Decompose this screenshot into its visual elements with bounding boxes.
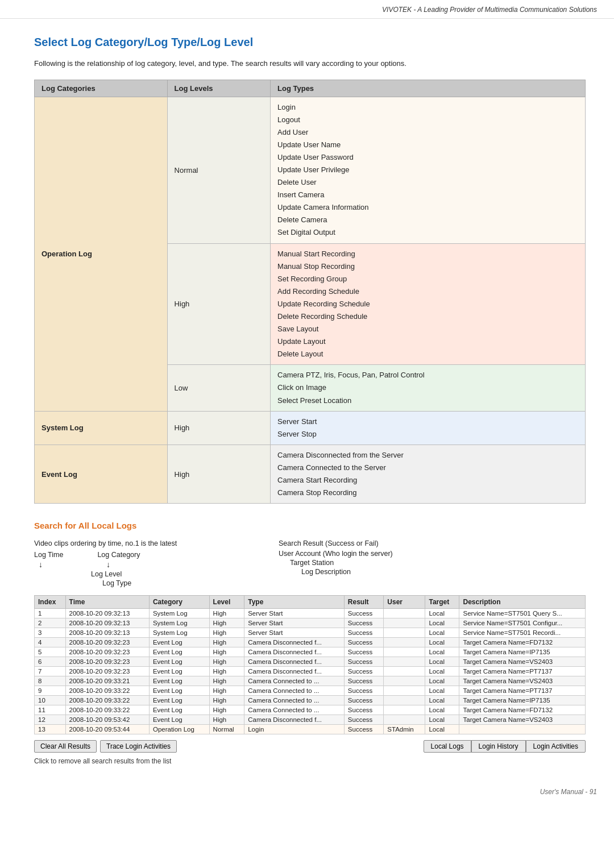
table-cell: 8 bbox=[35, 676, 66, 686]
table-cell: Success bbox=[344, 628, 383, 638]
table-cell: 2008-10-20 09:32:13 bbox=[65, 628, 149, 638]
table-cell: Target Camera Name=PT7137 bbox=[459, 667, 586, 676]
table-cell: Target Camera Name=VS2403 bbox=[459, 657, 586, 667]
type-delete-user: Delete User bbox=[277, 176, 578, 189]
table-cell: Local bbox=[425, 657, 459, 667]
table-cell: 2 bbox=[35, 618, 66, 628]
arrow-row-left: ↓ ↓ bbox=[39, 560, 262, 569]
table-cell: 13 bbox=[35, 725, 66, 734]
table-cell: 2008-10-20 09:53:44 bbox=[65, 725, 149, 734]
table-cell: Service Name=ST7501 Recordi... bbox=[459, 628, 586, 638]
type-add-recording-schedule: Add Recording Schedule bbox=[277, 285, 578, 298]
type-select-preset: Select Preset Location bbox=[277, 394, 578, 407]
col-index: Index bbox=[35, 596, 66, 609]
type-update-user-password: Update User Password bbox=[277, 151, 578, 164]
table-cell: Success bbox=[344, 686, 383, 696]
table-cell: Camera Disconnected f... bbox=[244, 657, 345, 667]
table-cell: 6 bbox=[35, 657, 66, 667]
clear-all-button[interactable]: Clear All Results bbox=[34, 740, 97, 753]
diagram-right: Search Result (Success or Fail) User Acc… bbox=[279, 539, 586, 589]
table-cell bbox=[459, 725, 586, 734]
type-cam-disconnected: Camera Disconnected from the Server bbox=[277, 449, 578, 462]
table-cell: Event Log bbox=[149, 657, 209, 667]
table-cell: System Log bbox=[149, 618, 209, 628]
table-cell: 2008-10-20 09:33:21 bbox=[65, 676, 149, 686]
table-cell: 2008-10-20 09:32:23 bbox=[65, 647, 149, 657]
login-history-tab[interactable]: Login History bbox=[471, 740, 526, 753]
table-cell: Operation Log bbox=[149, 725, 209, 734]
table-cell: Event Log bbox=[149, 686, 209, 696]
table-cell: Service Name=ST7501 Configur... bbox=[459, 618, 586, 628]
table-cell: Success bbox=[344, 696, 383, 705]
table-cell: 2008-10-20 09:32:23 bbox=[65, 638, 149, 647]
table-cell: 2008-10-20 09:32:13 bbox=[65, 618, 149, 628]
table-cell: Local bbox=[425, 696, 459, 705]
table-cell: Camera Disconnected f... bbox=[244, 715, 345, 725]
table-cell: 2008-10-20 09:32:23 bbox=[65, 657, 149, 667]
col-category: Category bbox=[149, 596, 209, 609]
col-header-types: Log Types bbox=[271, 80, 586, 97]
table-cell: System Log bbox=[149, 628, 209, 638]
table-cell: Local bbox=[425, 618, 459, 628]
types-system: Server Start Server Stop bbox=[271, 411, 586, 445]
table-cell: High bbox=[209, 618, 244, 628]
log-category-table: Log Categories Log Levels Log Types Oper… bbox=[34, 80, 586, 504]
table-cell: High bbox=[209, 628, 244, 638]
type-manual-stop: Manual Stop Recording bbox=[277, 260, 578, 273]
type-insert-camera: Insert Camera bbox=[277, 189, 578, 201]
table-cell: Local bbox=[425, 628, 459, 638]
type-cam-connected: Camera Connected to the Server bbox=[277, 462, 578, 474]
category-system-log: System Log bbox=[35, 411, 168, 445]
click-note: Click to remove all search results from … bbox=[34, 757, 586, 765]
col-type: Type bbox=[244, 596, 345, 609]
local-logs-tab[interactable]: Local Logs bbox=[424, 740, 471, 753]
types-normal: Login Logout Add User Update User Name U… bbox=[271, 97, 586, 243]
category-operation-log: Operation Log bbox=[35, 97, 168, 411]
log-time-label-row: Log Time Log Category bbox=[34, 551, 262, 559]
table-cell: Event Log bbox=[149, 647, 209, 657]
table-cell: 9 bbox=[35, 686, 66, 696]
table-cell: Local bbox=[425, 705, 459, 715]
table-cell: High bbox=[209, 676, 244, 686]
result-table-header-row: Index Time Category Level Type Result Us… bbox=[35, 596, 586, 609]
table-cell: 1 bbox=[35, 609, 66, 618]
table-cell bbox=[384, 638, 425, 647]
annotation-diagram: Video clips ordering by time, no.1 is th… bbox=[34, 539, 586, 589]
table-row: 122008-10-20 09:53:42Event LogHighCamera… bbox=[35, 715, 586, 725]
table-cell: Target Camera Name=VS2403 bbox=[459, 715, 586, 725]
table-cell bbox=[384, 628, 425, 638]
table-cell bbox=[384, 657, 425, 667]
table-cell: STAdmin bbox=[384, 725, 425, 734]
table-row: 92008-10-20 09:33:22Event LogHighCamera … bbox=[35, 686, 586, 696]
table-cell: Target Camera Name=IP7135 bbox=[459, 647, 586, 657]
type-delete-recording-schedule: Delete Recording Schedule bbox=[277, 310, 578, 323]
table-cell: Camera Disconnected f... bbox=[244, 667, 345, 676]
table-cell: High bbox=[209, 647, 244, 657]
table-cell: 5 bbox=[35, 647, 66, 657]
table-cell: Camera Disconnected f... bbox=[244, 638, 345, 647]
intro-text: Following is the relationship of log cat… bbox=[34, 58, 586, 69]
table-cell: Login bbox=[244, 725, 345, 734]
table-cell: High bbox=[209, 696, 244, 705]
table-cell: Success bbox=[344, 725, 383, 734]
table-cell: 2008-10-20 09:32:13 bbox=[65, 609, 149, 618]
diagram-right-title: Search Result (Success or Fail) bbox=[279, 539, 586, 547]
table-cell: 2008-10-20 09:53:42 bbox=[65, 715, 149, 725]
table-cell bbox=[384, 705, 425, 715]
level-high-sys: High bbox=[167, 411, 270, 445]
type-camera-ptz: Camera PTZ, Iris, Focus, Pan, Patrol Con… bbox=[277, 369, 578, 381]
table-cell: High bbox=[209, 638, 244, 647]
col-result: Result bbox=[344, 596, 383, 609]
table-cell bbox=[384, 609, 425, 618]
table-cell: High bbox=[209, 667, 244, 676]
table-cell: System Log bbox=[149, 609, 209, 618]
trace-login-button[interactable]: Trace Login Activities bbox=[100, 740, 177, 753]
type-delete-layout: Delete Layout bbox=[277, 348, 578, 360]
log-time-label: Log Time bbox=[34, 551, 63, 559]
table-cell: High bbox=[209, 686, 244, 696]
table-row: 112008-10-20 09:33:22Event LogHighCamera… bbox=[35, 705, 586, 715]
login-activities-tab[interactable]: Login Activities bbox=[526, 740, 586, 753]
type-logout: Logout bbox=[277, 114, 578, 126]
table-cell: Event Log bbox=[149, 696, 209, 705]
table-cell: Server Start bbox=[244, 618, 345, 628]
